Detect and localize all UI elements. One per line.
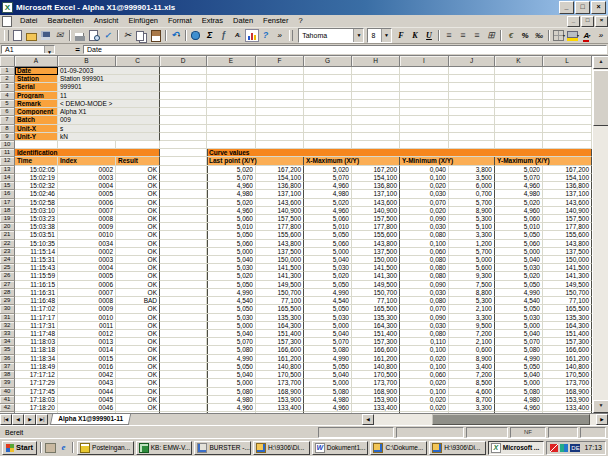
value-cell[interactable]: 9,500: [449, 322, 495, 330]
value-cell[interactable]: 5,040: [207, 256, 256, 264]
value-cell[interactable]: 0,070: [400, 199, 449, 207]
value-cell[interactable]: 5,060: [304, 215, 352, 223]
value-cell[interactable]: 154,100: [543, 174, 592, 182]
row-header-17[interactable]: 17: [0, 199, 15, 207]
value-cell[interactable]: 0,060: [400, 371, 449, 379]
result-cell[interactable]: OK: [116, 174, 160, 182]
cell[interactable]: [352, 125, 400, 133]
value-cell[interactable]: 5,030: [207, 264, 256, 272]
info-label-cell[interactable]: Remark: [15, 100, 58, 108]
value-cell[interactable]: 4,980: [495, 190, 543, 198]
cell[interactable]: [495, 116, 543, 124]
value-cell[interactable]: 77,100: [543, 297, 592, 305]
value-cell[interactable]: 5,040: [495, 256, 543, 264]
taskbar-button[interactable]: H:\9306\Di...: [429, 441, 486, 455]
value-cell[interactable]: 166,600: [352, 346, 400, 354]
index-cell[interactable]: 0044: [58, 388, 116, 396]
row-header-32[interactable]: 32: [0, 322, 15, 330]
cell[interactable]: [400, 108, 449, 116]
cell[interactable]: [449, 100, 495, 108]
value-cell[interactable]: 149,500: [256, 281, 304, 289]
first-sheet-icon[interactable]: |◀: [0, 414, 12, 425]
row-header-12[interactable]: 12: [0, 157, 15, 165]
row-header-18[interactable]: 18: [0, 207, 15, 215]
index-cell[interactable]: 0005: [58, 272, 116, 280]
value-cell[interactable]: 0,070: [400, 305, 449, 313]
value-cell[interactable]: 0,080: [400, 272, 449, 280]
value-cell[interactable]: 166,600: [256, 346, 304, 354]
info-value-cell[interactable]: kN: [58, 133, 160, 141]
time-cell[interactable]: 15:03:38: [15, 223, 58, 231]
column-header-J[interactable]: J: [449, 56, 495, 67]
cell[interactable]: [160, 314, 207, 322]
value-cell[interactable]: 170,500: [543, 371, 592, 379]
value-cell[interactable]: 140,800: [256, 363, 304, 371]
value-cell[interactable]: 154,100: [256, 174, 304, 182]
cell[interactable]: [160, 83, 207, 91]
row-header-25[interactable]: 25: [0, 264, 15, 272]
value-cell[interactable]: 5,010: [495, 223, 543, 231]
cell[interactable]: [160, 346, 207, 354]
prev-sheet-icon[interactable]: ◀: [12, 414, 24, 425]
value-cell[interactable]: 165,500: [352, 305, 400, 313]
value-cell[interactable]: 0,100: [400, 346, 449, 354]
index-cell[interactable]: 0003: [58, 174, 116, 182]
row-header-30[interactable]: 30: [0, 305, 15, 313]
cell[interactable]: [352, 83, 400, 91]
time-cell[interactable]: 11:17:31: [15, 322, 58, 330]
time-cell[interactable]: 17:18:20: [15, 404, 58, 412]
value-cell[interactable]: 5,050: [207, 363, 256, 371]
value-cell[interactable]: 5,040: [304, 256, 352, 264]
value-cell[interactable]: 82,400: [543, 412, 592, 413]
cell[interactable]: [160, 223, 207, 231]
cell[interactable]: [304, 116, 352, 124]
value-cell[interactable]: 173,700: [352, 379, 400, 387]
cell[interactable]: [207, 108, 256, 116]
result-cell[interactable]: OK: [116, 248, 160, 256]
cell[interactable]: [160, 108, 207, 116]
cell[interactable]: [160, 149, 207, 157]
spelling-button[interactable]: ✓: [101, 29, 115, 42]
value-cell[interactable]: 168,900: [543, 388, 592, 396]
value-cell[interactable]: 143,600: [352, 199, 400, 207]
bold-button[interactable]: F: [394, 29, 408, 42]
value-cell[interactable]: 5,050: [207, 305, 256, 313]
info-label-cell[interactable]: Component: [15, 108, 58, 116]
menu-item-format[interactable]: Format: [163, 15, 197, 27]
index-cell[interactable]: 0002: [58, 166, 116, 174]
value-cell[interactable]: 135,300: [352, 314, 400, 322]
cell[interactable]: [160, 248, 207, 256]
cell[interactable]: [256, 75, 304, 83]
value-cell[interactable]: 3,300: [449, 231, 495, 239]
value-cell[interactable]: 0,060: [400, 248, 449, 256]
time-cell[interactable]: 11:17:17: [15, 314, 58, 322]
new-button[interactable]: [11, 29, 25, 42]
value-cell[interactable]: 5,050: [304, 281, 352, 289]
value-cell[interactable]: 137,100: [352, 190, 400, 198]
value-cell[interactable]: 5,030: [495, 264, 543, 272]
row-header-40[interactable]: 40: [0, 388, 15, 396]
result-cell[interactable]: OK: [116, 305, 160, 313]
row-header-38[interactable]: 38: [0, 371, 15, 379]
value-cell[interactable]: 4,960: [304, 207, 352, 215]
value-cell[interactable]: 0,030: [400, 322, 449, 330]
antivirus-tray-icon[interactable]: [550, 444, 558, 452]
cell[interactable]: [304, 92, 352, 100]
cell[interactable]: [207, 100, 256, 108]
cell[interactable]: [400, 67, 449, 75]
row-header-11[interactable]: 11: [0, 149, 15, 157]
value-cell[interactable]: 8,500: [449, 379, 495, 387]
result-cell[interactable]: OK: [116, 388, 160, 396]
value-cell[interactable]: 153,900: [352, 396, 400, 404]
cell[interactable]: [160, 67, 207, 75]
value-cell[interactable]: 5,050: [495, 231, 543, 239]
index-cell[interactable]: 0004: [58, 264, 116, 272]
cell[interactable]: [304, 83, 352, 91]
value-cell[interactable]: 0,030: [400, 190, 449, 198]
value-cell[interactable]: 4,960: [304, 404, 352, 412]
value-cell[interactable]: 0,020: [400, 379, 449, 387]
menu-item-fenster[interactable]: Fenster: [258, 15, 293, 27]
cell[interactable]: [160, 166, 207, 174]
column-header-I[interactable]: I: [400, 56, 449, 67]
doc-close-icon[interactable]: ×: [595, 16, 608, 27]
